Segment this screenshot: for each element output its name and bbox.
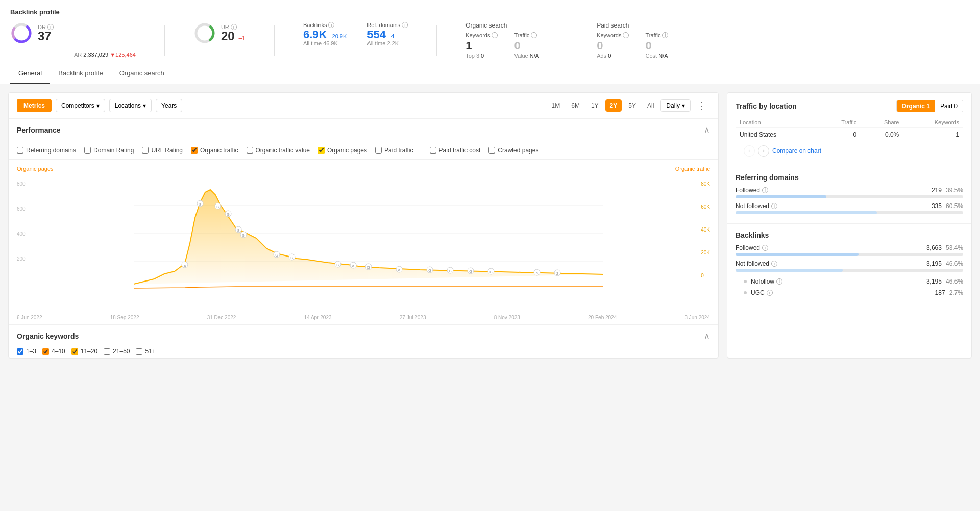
not-followed-ref-track	[736, 211, 963, 214]
time-6m[interactable]: 6M	[567, 99, 584, 112]
right-panel: Traffic by location Organic 1 Paid 0 Loc…	[727, 92, 972, 359]
svg-text:G: G	[290, 256, 293, 260]
time-1m[interactable]: 1M	[547, 99, 565, 112]
not-followed-ref-count: 335	[932, 202, 942, 210]
location-table: Location Traffic Share Keywords United S…	[736, 117, 963, 141]
time-2y[interactable]: 2Y	[605, 99, 622, 112]
time-5y[interactable]: 5Y	[624, 99, 641, 112]
tabs-bar: General Backlink profile Organic search	[0, 63, 980, 84]
org-traffic-label: Traffic	[514, 32, 529, 38]
cb-paid-traffic-cost-input[interactable]	[430, 147, 436, 154]
cb-domain-rating[interactable]: Domain Rating	[84, 147, 134, 154]
more-options-icon[interactable]: ⋮	[693, 98, 710, 113]
cb-url-rating[interactable]: URL Rating	[142, 147, 183, 154]
ugc-dot-icon	[744, 291, 747, 294]
paid-toggle-btn[interactable]: Paid 0	[935, 100, 963, 112]
org-kw-label: Keywords	[465, 32, 490, 38]
cb-crawled-pages-input[interactable]	[488, 147, 495, 154]
performance-collapse-button[interactable]: ∧	[704, 125, 710, 135]
not-followed-bl-label: Not followed	[736, 260, 769, 267]
kw-range-21-50-input[interactable]	[104, 348, 110, 355]
cb-url-rating-label: URL Rating	[151, 147, 183, 154]
compare-on-chart-link[interactable]: Compare on chart	[772, 147, 821, 155]
cb-referring-domains[interactable]: Referring domains	[17, 147, 76, 154]
org-traffic-info-icon[interactable]: i	[531, 32, 537, 38]
time-1y[interactable]: 1Y	[586, 99, 603, 112]
organic-toggle-btn[interactable]: Organic 1	[897, 100, 935, 112]
backlinks-section: Backlinks Followed i 3,663 53.4%	[727, 224, 971, 303]
cb-paid-traffic-cost[interactable]: Paid traffic cost	[430, 147, 481, 154]
loc-header-location: Location	[736, 117, 818, 128]
traffic-loc-title: Traffic by location	[736, 102, 797, 110]
granularity-button[interactable]: Daily ▾	[660, 99, 691, 112]
paid-traffic-info-icon[interactable]: i	[662, 32, 668, 38]
paid-search-title: Paid search	[597, 22, 668, 29]
cb-organic-pages[interactable]: Organic pages	[318, 147, 367, 154]
cb-crawled-pages[interactable]: Crawled pages	[488, 147, 538, 154]
locations-button[interactable]: Locations ▾	[109, 99, 152, 112]
kw-range-1-3-input[interactable]	[17, 348, 23, 355]
kw-range-11-20-input[interactable]	[71, 348, 78, 355]
kw-range-21-50[interactable]: 21–50	[104, 348, 130, 355]
tab-organic-search[interactable]: Organic search	[111, 63, 173, 84]
cb-organic-pages-input[interactable]	[318, 147, 325, 154]
followed-bl-info-icon[interactable]: i	[762, 245, 768, 251]
backlinks-info-icon[interactable]: i	[328, 22, 334, 28]
ugc-info-icon[interactable]: i	[767, 290, 773, 296]
followed-ref-fill	[736, 195, 826, 198]
paid-search-group: Paid search Keywords i 0 Ads 0 Traffic i	[597, 22, 668, 59]
years-button[interactable]: Years	[156, 99, 182, 112]
divider-4	[568, 25, 568, 56]
not-followed-ref-row: Not followed i 335 60.5%	[736, 202, 963, 214]
not-followed-ref-info-icon[interactable]: i	[771, 203, 777, 209]
organic-kw-collapse-button[interactable]: ∧	[704, 331, 710, 341]
paid-kw-info-icon[interactable]: i	[623, 32, 629, 38]
cb-referring-domains-input[interactable]	[17, 147, 23, 154]
cb-paid-traffic[interactable]: Paid traffic	[375, 147, 413, 154]
backlinks-delta: –20.9K	[329, 33, 347, 39]
cb-paid-traffic-label: Paid traffic	[384, 147, 413, 154]
ref-domains-label: Ref. domains	[367, 22, 400, 28]
org-kw-info-icon[interactable]: i	[492, 32, 498, 38]
nofollow-info-icon[interactable]: i	[776, 278, 782, 285]
svg-text:G: G	[216, 205, 219, 209]
metrics-button[interactable]: Metrics	[17, 99, 52, 112]
prev-page-button[interactable]: ‹	[744, 145, 755, 157]
svg-text:G: G	[449, 269, 451, 273]
kw-range-51-plus-input[interactable]	[136, 348, 142, 355]
cb-paid-traffic-input[interactable]	[375, 147, 382, 154]
paid-keywords: Keywords i 0 Ads 0	[597, 32, 629, 59]
cb-organic-traffic-value[interactable]: Organic traffic value	[247, 147, 310, 154]
followed-ref-info-icon[interactable]: i	[762, 187, 768, 193]
kw-range-4-10-input[interactable]	[42, 348, 49, 355]
kw-range-51-plus[interactable]: 51+	[136, 348, 155, 355]
cb-url-rating-input[interactable]	[142, 147, 149, 154]
organic-search-group: Organic search Keywords i 1 Top 3 0 Traf…	[465, 22, 539, 59]
competitors-button[interactable]: Competitors ▾	[56, 99, 105, 112]
cb-organic-traffic-input[interactable]	[191, 147, 198, 154]
cb-domain-rating-label: Domain Rating	[93, 147, 134, 154]
svg-text:G: G	[489, 270, 492, 274]
kw-range-4-10[interactable]: 4–10	[42, 348, 65, 355]
cb-organic-traffic-value-input[interactable]	[247, 147, 253, 154]
not-followed-bl-info-icon[interactable]: i	[771, 261, 777, 267]
next-page-button[interactable]: ›	[758, 145, 769, 157]
nofollow-label: Nofollow	[751, 278, 774, 285]
tab-backlink-profile[interactable]: Backlink profile	[50, 63, 111, 84]
ref-domains-info-icon[interactable]: i	[402, 22, 408, 28]
time-range-group: 1M 6M 1Y 2Y 5Y All Daily ▾ ⋮	[547, 98, 710, 113]
backlinks-value: 6.9K	[303, 29, 327, 40]
organic-paid-toggle: Organic 1 Paid 0	[896, 100, 963, 112]
organic-kw-title: Organic keywords	[17, 332, 79, 340]
tab-general[interactable]: General	[10, 63, 50, 84]
loc-keywords: 1	[903, 128, 963, 142]
cb-organic-traffic[interactable]: Organic traffic	[191, 147, 238, 154]
paid-kw-label: Keywords	[597, 32, 621, 38]
time-all[interactable]: All	[643, 99, 658, 112]
kw-range-11-20[interactable]: 11–20	[71, 348, 97, 355]
dr-gauge	[10, 22, 33, 44]
cb-domain-rating-input[interactable]	[84, 147, 91, 154]
org-traffic-value: 0	[514, 39, 539, 53]
kw-range-1-3[interactable]: 1–3	[17, 348, 36, 355]
filter-row: Metrics Competitors ▾ Locations ▾ Years …	[9, 93, 718, 119]
